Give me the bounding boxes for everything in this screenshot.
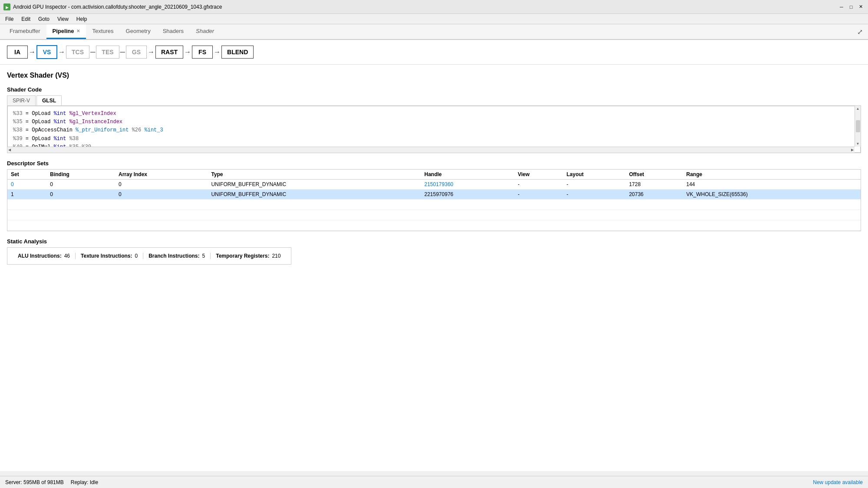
scroll-down-icon[interactable]: ▼ — [856, 142, 860, 146]
cell-range-1: VK_WHOLE_SIZE(65536) — [683, 190, 861, 200]
cell-set-0: 0 — [7, 180, 46, 190]
cell-offset-1: 20736 — [626, 190, 683, 200]
tab-geometry[interactable]: Geometry — [120, 24, 157, 39]
cell-type-1: UNIFORM_BUFFER_DYNAMIC — [208, 190, 421, 200]
cell-handle-0: 2150179360 — [421, 180, 514, 190]
title-bar-left: ▶ Android GPU Inspector - com.activision… — [3, 3, 222, 10]
table-row-empty-1 — [7, 200, 861, 210]
cell-array-0: 0 — [115, 180, 208, 190]
col-offset: Offset — [626, 170, 683, 180]
col-type: Type — [208, 170, 421, 180]
replay-status: Replay: Idle — [71, 479, 98, 485]
scroll-up-icon[interactable]: ▲ — [856, 107, 860, 111]
set-0-link[interactable]: 0 — [11, 181, 14, 187]
col-handle: Handle — [421, 170, 514, 180]
stat-temp-reg-label: Temporary Registers: — [216, 253, 269, 259]
restore-button[interactable]: □ — [847, 3, 855, 11]
stat-branch: Branch Instructions: 5 — [143, 253, 211, 259]
menu-file[interactable]: File — [2, 15, 17, 23]
code-editor[interactable]: %33 = OpLoad %int %gl_VertexIndex %35 = … — [7, 106, 861, 153]
menu-view[interactable]: View — [54, 15, 72, 23]
handle-0-link[interactable]: 2150179360 — [424, 181, 453, 187]
tabs-bar: Framebuffer Pipeline ✕ Textures Geometry… — [0, 24, 868, 40]
status-bar-left: Server: 595MB of 981MB Replay: Idle — [5, 479, 98, 485]
col-binding: Binding — [46, 170, 115, 180]
stat-alu-value: 46 — [64, 253, 70, 259]
stat-texture-label: Texture Instructions: — [81, 253, 132, 259]
svg-text:▶: ▶ — [6, 5, 9, 10]
stage-tes-box[interactable]: TES — [96, 46, 119, 59]
descriptor-table: Set Binding Array Index Type Handle View… — [7, 170, 861, 231]
cell-layout-0: - — [563, 180, 626, 190]
cell-range-0: 144 — [683, 180, 861, 190]
server-status: Server: 595MB of 981MB — [5, 479, 64, 485]
minimize-button[interactable]: ─ — [838, 3, 845, 11]
pipeline-section: IA → VS → TCS ─ TES ─ GS → RAST → FS → B… — [0, 40, 868, 65]
app-icon: ▶ — [3, 3, 10, 10]
stage-tes: TES — [96, 46, 119, 59]
stat-branch-value: 5 — [202, 253, 205, 259]
scroll-left-icon[interactable]: ◀ — [8, 148, 11, 152]
stage-rast: RAST — [155, 46, 183, 59]
cell-view-0: - — [514, 180, 563, 190]
stat-temp-reg-value: 210 — [272, 253, 281, 259]
code-line-1: %33 = OpLoad %int %gl_VertexIndex — [13, 110, 851, 118]
tab-pipeline[interactable]: Pipeline ✕ — [46, 24, 86, 39]
stage-blend-box[interactable]: BLEND — [221, 46, 254, 59]
code-tab-glsl[interactable]: GLSL — [36, 95, 62, 105]
tab-framebuffer[interactable]: Framebuffer — [3, 24, 46, 39]
stage-fs-box[interactable]: FS — [192, 46, 213, 59]
arrow-tes-gs: ─ — [120, 48, 125, 56]
stage-rast-box[interactable]: RAST — [155, 46, 183, 59]
menu-help[interactable]: Help — [73, 15, 91, 23]
descriptor-table-container: Set Binding Array Index Type Handle View… — [7, 169, 861, 231]
tab-textures[interactable]: Textures — [86, 24, 119, 39]
stage-gs-box[interactable]: GS — [126, 46, 147, 59]
cell-array-1: 0 — [115, 190, 208, 200]
stage-gs: GS — [126, 46, 147, 59]
arrow-gs-rast: → — [148, 48, 155, 56]
arrow-tcs-tes: ─ — [90, 48, 95, 56]
table-row: 1 0 0 UNIFORM_BUFFER_DYNAMIC 2215970976 … — [7, 190, 861, 200]
code-scrollbar-v[interactable]: ▲ ▼ — [855, 106, 861, 147]
menu-edit[interactable]: Edit — [18, 15, 34, 23]
maximize-icon[interactable]: ⤢ — [855, 26, 865, 38]
arrow-vs-tcs: → — [58, 48, 65, 56]
table-header-row: Set Binding Array Index Type Handle View… — [7, 170, 861, 180]
stage-tcs-box[interactable]: TCS — [66, 46, 89, 59]
close-pipeline-icon[interactable]: ✕ — [76, 29, 80, 33]
cell-set-1: 1 — [7, 190, 46, 200]
descriptor-sets-title: Descriptor Sets — [7, 160, 861, 167]
tabs-left: Framebuffer Pipeline ✕ Textures Geometry… — [3, 24, 220, 39]
close-button[interactable]: ✕ — [857, 3, 865, 11]
code-line-2: %35 = OpLoad %int %gl_InstanceIndex — [13, 118, 851, 126]
stage-blend: BLEND — [221, 46, 254, 59]
stage-fs: FS — [192, 46, 213, 59]
stat-branch-label: Branch Instructions: — [149, 253, 199, 259]
menu-goto[interactable]: Goto — [35, 15, 53, 23]
cell-binding-1: 0 — [46, 190, 115, 200]
code-tab-spirv[interactable]: SPIR-V — [7, 95, 36, 105]
stage-ia-box[interactable]: IA — [7, 46, 28, 59]
cell-handle-1: 2215970976 — [421, 190, 514, 200]
code-scrollbar-h[interactable]: ◀ ▶ — [7, 147, 855, 153]
col-array-index: Array Index — [115, 170, 208, 180]
stat-alu-label: ALU Instructions: — [18, 253, 62, 259]
stat-temp-reg: Temporary Registers: 210 — [211, 253, 286, 259]
stage-tcs: TCS — [66, 46, 89, 59]
cell-layout-1: - — [563, 190, 626, 200]
col-layout: Layout — [563, 170, 626, 180]
cell-type-0: UNIFORM_BUFFER_DYNAMIC — [208, 180, 421, 190]
scroll-thumb-v — [856, 120, 860, 132]
tab-shaders[interactable]: Shaders — [157, 24, 190, 39]
content-area: Vertex Shader (VS) Shader Code SPIR-V GL… — [0, 65, 868, 471]
cell-offset-0: 1728 — [626, 180, 683, 190]
tab-shader[interactable]: Shader — [190, 24, 220, 39]
scroll-right-icon[interactable]: ▶ — [851, 148, 854, 152]
arrow-fs-blend: → — [214, 48, 221, 56]
update-link[interactable]: New update available — [813, 479, 863, 485]
window-controls: ─ □ ✕ — [838, 3, 865, 11]
stage-vs-box[interactable]: VS — [36, 45, 57, 59]
table-row-empty-2 — [7, 210, 861, 220]
col-range: Range — [683, 170, 861, 180]
